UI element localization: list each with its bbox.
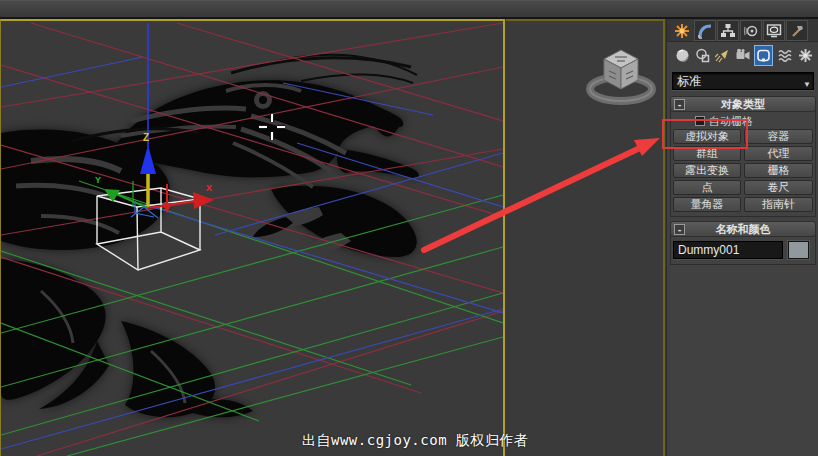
hierarchy-tree-icon <box>720 23 736 39</box>
viewport-perspective[interactable]: Z Y X <box>0 19 505 456</box>
button-tape[interactable]: 卷尺 <box>744 180 813 195</box>
collapse-icon[interactable]: - <box>674 224 685 235</box>
button-compass[interactable]: 指南针 <box>744 197 813 212</box>
shapes-icon <box>695 48 710 63</box>
y-axis-label: Y <box>95 175 101 185</box>
category-geometry[interactable] <box>673 45 692 66</box>
object-color-swatch[interactable] <box>788 241 809 259</box>
tab-hierarchy[interactable] <box>717 20 739 41</box>
button-dummy[interactable]: 虚拟对象 <box>673 129 741 144</box>
category-space-warps[interactable] <box>776 45 795 66</box>
tab-create[interactable] <box>671 20 693 41</box>
tab-motion[interactable] <box>740 20 762 41</box>
viewcube[interactable] <box>590 50 652 101</box>
category-systems[interactable] <box>796 45 815 66</box>
tab-utilities[interactable] <box>786 20 808 41</box>
motion-wheel-icon <box>743 23 759 39</box>
x-axis-label: X <box>206 183 212 193</box>
button-delegate[interactable]: 代理 <box>744 146 813 161</box>
button-grid[interactable]: 栅格 <box>744 163 813 178</box>
object-name-field[interactable]: Dummy001 <box>673 241 783 259</box>
autogrid-label: 自动栅格 <box>709 114 753 129</box>
name-color-rollout-title: 名称和颜色 <box>716 223 771 235</box>
object-type-rollout-header[interactable]: - 对象类型 <box>670 96 816 112</box>
helper-type-dropdown-value: 标准 <box>677 74 701 88</box>
autogrid-checkbox[interactable] <box>695 116 705 126</box>
cameras-icon <box>735 48 751 63</box>
button-point[interactable]: 点 <box>673 180 741 195</box>
helpers-tape-icon <box>756 48 771 63</box>
main-toolbar-strip <box>0 0 818 19</box>
chevron-down-icon[interactable]: ▼ <box>803 77 811 93</box>
command-panel: 标准 ▼ - 对象类型 自动栅格 虚拟对象 容器 群组 代理 露出变换 栅格 点… <box>666 19 818 456</box>
object-type-rollout-title: 对象类型 <box>721 98 765 110</box>
viewport-canvas: Z Y X <box>1 21 503 456</box>
create-category-row <box>667 44 818 67</box>
tab-display[interactable] <box>763 20 785 41</box>
viewport-secondary[interactable] <box>506 19 665 456</box>
command-panel-tabs <box>667 19 818 42</box>
button-expose-tm[interactable]: 露出变换 <box>673 163 741 178</box>
button-protractor[interactable]: 量角器 <box>673 197 741 212</box>
z-axis-label: Z <box>143 132 149 143</box>
modify-curve-icon <box>697 23 713 39</box>
category-shapes[interactable] <box>693 45 712 66</box>
button-container[interactable]: 容器 <box>744 129 813 144</box>
autogrid-row: 自动栅格 <box>695 115 753 127</box>
systems-icon <box>798 48 813 63</box>
create-star-icon <box>674 23 690 39</box>
geometry-sphere-icon <box>675 48 690 63</box>
collapse-icon[interactable]: - <box>674 99 685 110</box>
button-crowd[interactable]: 群组 <box>673 146 741 161</box>
helper-type-dropdown[interactable]: 标准 ▼ <box>672 72 814 90</box>
tab-modify[interactable] <box>694 20 716 41</box>
category-lights[interactable] <box>713 45 732 66</box>
category-helpers[interactable] <box>754 45 773 66</box>
watermark-text: 出自www.cgjoy.com 版权归作者 <box>302 432 522 450</box>
viewport-canvas-2 <box>506 21 663 456</box>
category-cameras[interactable] <box>733 45 752 66</box>
space-warps-waves-icon <box>778 48 794 63</box>
name-color-rollout-header[interactable]: - 名称和颜色 <box>670 221 816 237</box>
utilities-hammer-icon <box>789 23 805 39</box>
display-monitor-icon <box>766 23 782 39</box>
lights-spotlight-icon <box>715 48 730 63</box>
